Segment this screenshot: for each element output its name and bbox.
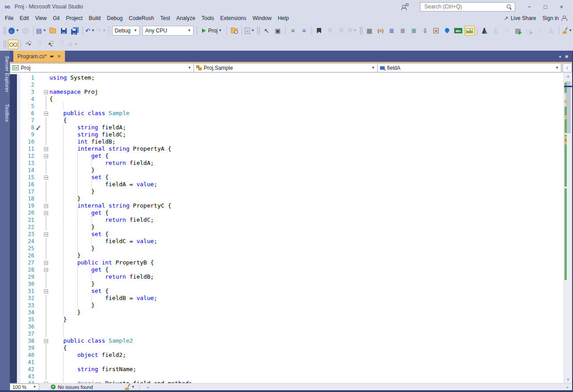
spell-checker-button[interactable]: abc <box>453 26 464 36</box>
menu-file[interactable]: File <box>2 14 16 22</box>
indicator-margin[interactable] <box>17 309 20 316</box>
indicator-margin[interactable] <box>17 160 20 167</box>
save-button[interactable] <box>59 26 69 36</box>
coderush-options-button[interactable]: ✱▼ <box>68 40 78 49</box>
sign-in-button[interactable]: Sign in <box>542 15 567 21</box>
indicator-margin[interactable] <box>17 337 20 344</box>
menu-extensions[interactable]: Extensions <box>217 14 250 22</box>
search-icon[interactable] <box>506 4 512 9</box>
project-dropdown[interactable]: C# Proj ▼ <box>10 63 194 72</box>
coderush-previous-reference-button[interactable]: ↑ <box>34 40 44 49</box>
indicator-margin[interactable] <box>17 124 20 131</box>
new-file-button[interactable]: ▤▼ <box>36 26 47 36</box>
open-file-button[interactable] <box>48 26 58 36</box>
indicator-margin[interactable] <box>17 224 20 231</box>
fold-toggle-icon[interactable] <box>44 204 48 208</box>
indicator-margin[interactable] <box>17 202 20 209</box>
indicator-margin[interactable] <box>17 209 20 216</box>
indicator-margin[interactable] <box>17 238 20 245</box>
solution-platforms-combo[interactable]: Any CPU▼ <box>142 26 194 36</box>
redo-button[interactable]: ↷▼ <box>96 26 106 36</box>
indicator-margin[interactable] <box>17 344 20 352</box>
decrease-indent-button[interactable]: ≡ <box>288 26 298 36</box>
fold-toggle-icon[interactable] <box>44 268 48 272</box>
zoom-level-dropdown[interactable]: 100 % ▼ <box>10 384 39 391</box>
run-all-tests-button[interactable]: ▤ <box>513 26 523 36</box>
indicator-margin[interactable] <box>17 302 20 309</box>
line-numbers-button[interactable]: ≣ <box>387 26 397 36</box>
scroll-down-arrow-icon[interactable]: ▼ <box>564 376 572 383</box>
run-tests-button[interactable] <box>480 26 490 36</box>
indicator-margin[interactable] <box>17 188 20 195</box>
menu-analyze[interactable]: Analyze <box>173 14 198 22</box>
indicator-margin[interactable] <box>17 216 20 224</box>
menu-coderush[interactable]: CodeRush <box>126 14 157 22</box>
show-whitespace-button[interactable]: ≣ <box>409 26 419 36</box>
select-element-button[interactable]: ↖ <box>262 26 272 36</box>
coderush-tab-to-next-reference-button[interactable]: ↖ <box>45 40 56 49</box>
indicator-margin[interactable] <box>17 110 20 117</box>
menu-window[interactable]: Window <box>250 14 275 22</box>
indicator-margin[interactable] <box>17 96 20 103</box>
menu-debug[interactable]: Debug <box>104 14 125 22</box>
clear-bookmarks-button[interactable]: ▼ <box>347 26 358 36</box>
search-box[interactable] <box>420 2 515 12</box>
indicator-margin[interactable] <box>17 359 20 366</box>
minimize-button[interactable]: − <box>521 1 537 12</box>
toolbar-grip[interactable] <box>3 40 6 48</box>
indicator-margin[interactable] <box>17 330 20 337</box>
code-cleanup-status-button[interactable]: ▼ <box>124 384 135 390</box>
horizontal-scrollbar[interactable]: ◂ ▸ <box>144 384 571 391</box>
indicator-margin[interactable] <box>17 103 20 110</box>
undo-button[interactable]: ↶▼ <box>85 26 95 36</box>
menu-build[interactable]: Build <box>86 14 104 22</box>
profile-tests-button[interactable]: ✳ <box>502 26 512 36</box>
document-health-indicator[interactable]: ✔ No issues found <box>51 384 93 390</box>
increase-indent-button[interactable]: ≡ <box>299 26 309 36</box>
indicator-margin[interactable] <box>17 195 20 202</box>
close-tab-icon[interactable]: × <box>57 53 61 59</box>
indicator-margin[interactable] <box>17 174 20 181</box>
toolbar-grip[interactable] <box>257 27 260 35</box>
indicator-margin[interactable] <box>17 373 20 380</box>
fold-toggle-icon[interactable] <box>44 382 48 384</box>
code-surface[interactable]: 1using System;23namespace Proj4{56 publi… <box>10 73 564 383</box>
code-cleanup-button[interactable]: ▼ <box>561 26 573 36</box>
start-debugging-button[interactable]: Proj▼ <box>199 26 224 36</box>
indicator-margin[interactable] <box>17 245 20 252</box>
map-mode-button[interactable] <box>442 26 452 36</box>
coderush-next-reference-button[interactable]: ↓ <box>56 40 67 49</box>
fold-toggle-icon[interactable] <box>44 90 48 94</box>
indicator-margin[interactable] <box>17 316 20 323</box>
next-bookmark-button[interactable] <box>336 26 347 36</box>
search-input[interactable] <box>424 3 506 10</box>
indicator-margin[interactable] <box>17 152 20 160</box>
indicator-margin[interactable] <box>17 323 20 330</box>
window-layout-button[interactable]: ⌂▼ <box>244 26 254 36</box>
indicator-margin[interactable] <box>17 266 20 273</box>
type-dropdown[interactable]: Proj.Sample ▼ <box>194 63 378 72</box>
menu-git[interactable]: Git <box>50 14 63 22</box>
menu-view[interactable]: View <box>32 14 50 22</box>
member-dropdown[interactable]: fieldA ▼ <box>378 63 561 72</box>
indicator-margin[interactable] <box>17 117 20 124</box>
indicator-margin[interactable] <box>17 88 20 96</box>
fold-toggle-icon[interactable] <box>44 176 48 180</box>
indicator-margin[interactable] <box>17 145 20 152</box>
indicator-margin[interactable] <box>17 259 20 266</box>
fold-toggle-icon[interactable] <box>44 261 48 265</box>
indicator-margin[interactable] <box>17 295 20 302</box>
coderush-visualize-button[interactable] <box>8 40 18 49</box>
fold-toggle-icon[interactable] <box>44 211 48 215</box>
scroll-right-arrow-icon[interactable]: ▸ <box>564 384 571 391</box>
indicator-margin[interactable] <box>17 131 20 138</box>
indicator-margin[interactable] <box>17 167 20 174</box>
indicator-margin[interactable] <box>17 366 20 373</box>
document-well-options-button[interactable]: ✱ <box>565 54 569 59</box>
member-grid-button[interactable]: ▦ <box>364 26 375 36</box>
close-button[interactable]: × <box>553 1 569 12</box>
indicator-margin[interactable] <box>17 181 20 188</box>
collapse-to-definitions-button[interactable]: ⇩ <box>420 26 430 36</box>
format-tokens-button[interactable]: (=) <box>375 26 386 36</box>
fold-toggle-icon[interactable] <box>44 112 48 116</box>
